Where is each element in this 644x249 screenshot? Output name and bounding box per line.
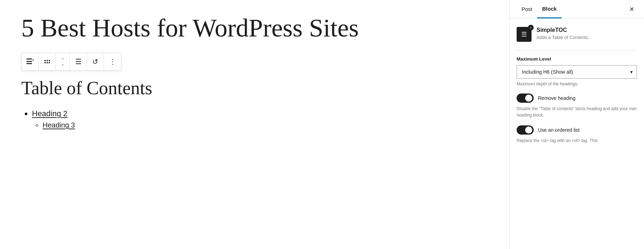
remove-heading-row: Remove heading (517, 94, 637, 103)
post-title: 5 Best Hosts for WordPress Sites (21, 14, 488, 42)
remove-heading-help: Disable the "Table of contents" block he… (517, 106, 637, 118)
toc-link-heading3[interactable]: Heading 3 (43, 121, 75, 129)
editor-area: 5 Best Hosts for WordPress Sites ☰+ ⌃ ⌃ … (0, 0, 509, 249)
more-options-button[interactable]: ⋮ (104, 53, 121, 70)
block-icon-badge: + (528, 25, 534, 30)
list-item: Heading 3 (43, 121, 488, 129)
toc-heading: Table of Contents (21, 78, 488, 98)
block-toolbar: ☰+ ⌃ ⌃ ☰ ↺ ⋮ (21, 53, 121, 70)
simpletoc-toolbar-icon: ☰+ (26, 57, 34, 66)
drag-button[interactable] (39, 53, 56, 70)
simpletoc-toolbar-button[interactable]: ☰+ (22, 53, 39, 70)
list-item: Heading 2 Heading 3 (32, 109, 488, 129)
drag-icon (44, 60, 50, 63)
block-title: SimpleTOC (536, 27, 589, 33)
sidebar-tabs: Post Block × (510, 0, 644, 18)
remove-heading-toggle[interactable] (517, 94, 534, 103)
maximum-level-select-wrapper: Including H6 (Show all) Including H2 onl… (517, 65, 637, 79)
toc-sublist: Heading 3 (43, 121, 488, 129)
align-icon: ☰ (75, 57, 82, 66)
block-icon-area: ☰ + SimpleTOC Adds a Table of Contents. (517, 27, 637, 42)
align-button[interactable]: ☰ (70, 53, 87, 70)
tab-block[interactable]: Block (537, 0, 562, 18)
chevron-updown-icon: ⌃ ⌃ (61, 58, 64, 66)
tab-post[interactable]: Post (517, 0, 537, 18)
toc-link-heading2[interactable]: Heading 2 (32, 109, 67, 118)
use-ordered-list-row: Use an ordered list (517, 125, 637, 135)
use-ordered-list-help: Replace the <ul> tag with an <ol> tag. T… (517, 137, 637, 144)
maximum-level-help: Maximum depth of the headings. (517, 81, 637, 86)
use-ordered-list-toggle[interactable] (517, 125, 534, 135)
maximum-level-select[interactable]: Including H6 (Show all) Including H2 onl… (517, 65, 637, 79)
maximum-level-label: Maximum Level (517, 56, 637, 62)
block-info: SimpleTOC Adds a Table of Contents. (536, 27, 589, 40)
transform-button[interactable]: ↺ (87, 53, 104, 70)
simpletoc-block-icon: ☰ (521, 30, 527, 38)
use-ordered-list-label: Use an ordered list (538, 127, 580, 133)
close-button[interactable]: × (627, 2, 637, 17)
block-description: Adds a Table of Contents. (536, 35, 589, 40)
more-options-icon: ⋮ (109, 57, 116, 66)
refresh-icon: ↺ (92, 57, 98, 66)
move-updown-button[interactable]: ⌃ ⌃ (56, 53, 70, 70)
toc-list: Heading 2 Heading 3 (32, 109, 488, 129)
block-icon: ☰ + (517, 27, 532, 42)
sidebar-content: ☰ + SimpleTOC Adds a Table of Contents. … (510, 18, 644, 159)
divider (517, 50, 637, 51)
remove-heading-label: Remove heading (538, 95, 576, 101)
sidebar: Post Block × ☰ + SimpleTOC Adds a Table … (509, 0, 644, 249)
